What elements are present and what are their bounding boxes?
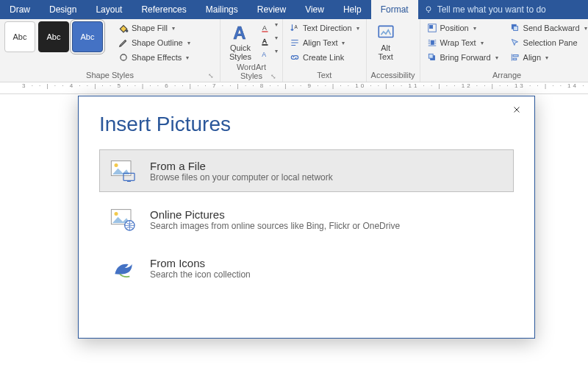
shape-effects-button[interactable]: Shape Effects▾	[116, 51, 193, 64]
wrap-text-icon	[427, 38, 437, 48]
text-outline-icon: A	[260, 36, 270, 46]
horizontal-ruler: 3 · · | · · 4 · · | · · 5 · · | · · 6 · …	[0, 82, 588, 94]
shape-fill-button[interactable]: Shape Fill▾	[116, 21, 193, 35]
svg-rect-10	[379, 26, 393, 37]
svg-text:A: A	[262, 38, 267, 45]
text-effects-icon: A	[260, 49, 270, 60]
option-title: From Icons	[150, 257, 251, 269]
alt-text-button[interactable]: Alt Text	[371, 21, 401, 63]
selection-pane-button[interactable]: Selection Pane	[508, 36, 588, 49]
align-objects-icon	[510, 52, 520, 63]
svg-text:A: A	[294, 24, 298, 29]
tab-review[interactable]: Review	[248, 0, 295, 19]
text-direction-icon: A	[290, 23, 300, 33]
shape-style-1[interactable]: Abc	[4, 21, 35, 52]
tab-view[interactable]: View	[295, 0, 334, 19]
group-label-shape-styles: Shape Styles⤡	[4, 71, 215, 81]
group-wordart-styles: A Quick Styles A ▾ A ▾ A ▾ WordArt Style…	[220, 19, 283, 82]
option-online-pictures[interactable]: Online Pictures Search images from onlin…	[99, 198, 514, 241]
group-accessibility: Alt Text Accessibility	[367, 19, 420, 82]
svg-point-1	[126, 30, 128, 32]
svg-rect-7	[262, 44, 268, 46]
svg-point-25	[115, 212, 118, 216]
svg-rect-19	[513, 58, 517, 60]
text-fill-button[interactable]: A	[259, 21, 272, 35]
text-outline-button[interactable]: A	[259, 35, 272, 48]
lightbulb-icon	[424, 5, 433, 14]
svg-text:A: A	[262, 24, 267, 32]
create-link-button[interactable]: Create Link	[287, 51, 362, 64]
paint-bucket-icon	[118, 23, 129, 33]
option-from-file[interactable]: From a File Browse files on your compute…	[99, 149, 514, 192]
svg-rect-12	[429, 26, 432, 29]
link-icon	[290, 52, 300, 63]
group-label-arrange: Arrange	[425, 71, 588, 81]
svg-text:A: A	[262, 51, 266, 58]
wordart-a-icon: A	[230, 23, 251, 42]
alt-text-icon	[376, 23, 396, 42]
selection-pane-icon	[510, 38, 520, 48]
wrap-text-button[interactable]: Wrap Text▾	[425, 36, 501, 49]
shape-outline-button[interactable]: Shape Outline▾	[116, 36, 193, 49]
tell-me-label: Tell me what you want to do	[437, 4, 546, 15]
svg-point-21	[115, 163, 118, 167]
send-backward-icon	[510, 23, 520, 33]
icons-bird-icon	[109, 255, 138, 281]
close-icon	[512, 105, 521, 114]
ribbon: Abc Abc Abc Shape Fill▾ Shape Outline▾ S…	[0, 19, 588, 82]
close-button[interactable]	[506, 101, 527, 120]
position-button[interactable]: Position▾	[425, 21, 501, 35]
tab-format[interactable]: Format	[371, 0, 418, 19]
option-title: Online Pictures	[150, 208, 400, 221]
option-subtitle: Search images from online sources like B…	[150, 221, 400, 231]
menu-bar: Draw Design Layout References Mailings R…	[0, 0, 588, 19]
option-from-icons[interactable]: From Icons Search the icon collection	[99, 247, 514, 289]
shape-style-3[interactable]: Abc	[72, 21, 103, 52]
option-subtitle: Search the icon collection	[150, 269, 251, 280]
bring-forward-button[interactable]: Bring Forward▾	[425, 51, 501, 64]
online-picture-icon	[109, 206, 138, 233]
insert-pictures-dialog: Insert Pictures From a File Browse files…	[78, 96, 535, 339]
quick-styles-button[interactable]: A Quick Styles	[225, 21, 256, 63]
tab-mailings[interactable]: Mailings	[196, 0, 248, 19]
svg-rect-5	[262, 31, 268, 32]
group-shape-styles: Abc Abc Abc Shape Fill▾ Shape Outline▾ S…	[0, 19, 220, 82]
file-picture-icon	[109, 158, 138, 184]
text-fill-icon: A	[260, 23, 270, 33]
svg-rect-23	[127, 180, 131, 182]
tab-draw[interactable]: Draw	[0, 0, 40, 19]
text-effects-button[interactable]: A	[259, 48, 272, 61]
align-button[interactable]: Align▾	[508, 51, 588, 64]
dialog-launcher-icon[interactable]: ⤡	[208, 72, 214, 79]
tab-references[interactable]: References	[132, 0, 196, 19]
svg-point-2	[121, 54, 126, 60]
group-arrange: Position▾ Wrap Text▾ Bring Forward▾ Send…	[420, 19, 588, 82]
bring-forward-icon	[427, 52, 437, 63]
svg-rect-17	[513, 26, 517, 31]
option-subtitle: Browse files on your computer or local n…	[150, 172, 333, 183]
group-text: A Text Direction▾ Align Text▾ Create Lin…	[283, 19, 367, 82]
align-text-icon	[290, 38, 300, 48]
option-title: From a File	[150, 160, 333, 172]
align-text-button[interactable]: Align Text▾	[287, 36, 362, 49]
effects-icon	[118, 52, 129, 63]
group-label-wordart: WordArt Styles⤡	[225, 63, 278, 82]
position-icon	[427, 23, 437, 33]
svg-rect-13	[431, 40, 434, 44]
group-label-text: Text	[287, 71, 362, 81]
svg-point-0	[426, 7, 431, 11]
tab-design[interactable]: Design	[40, 0, 86, 19]
shape-style-2[interactable]: Abc	[38, 21, 69, 52]
tab-layout[interactable]: Layout	[86, 0, 132, 19]
svg-text:A: A	[233, 23, 245, 42]
send-backward-button[interactable]: Send Backward▾	[508, 21, 588, 35]
svg-rect-18	[513, 55, 518, 57]
tab-help[interactable]: Help	[334, 0, 371, 19]
dialog-title: Insert Pictures	[79, 96, 534, 149]
svg-rect-15	[429, 54, 433, 58]
tell-me-search[interactable]: Tell me what you want to do	[424, 0, 546, 19]
dialog-launcher-icon[interactable]: ⤡	[270, 73, 276, 80]
pencil-icon	[118, 38, 129, 48]
text-direction-button[interactable]: A Text Direction▾	[287, 21, 362, 35]
group-label-accessibility: Accessibility	[371, 71, 415, 81]
